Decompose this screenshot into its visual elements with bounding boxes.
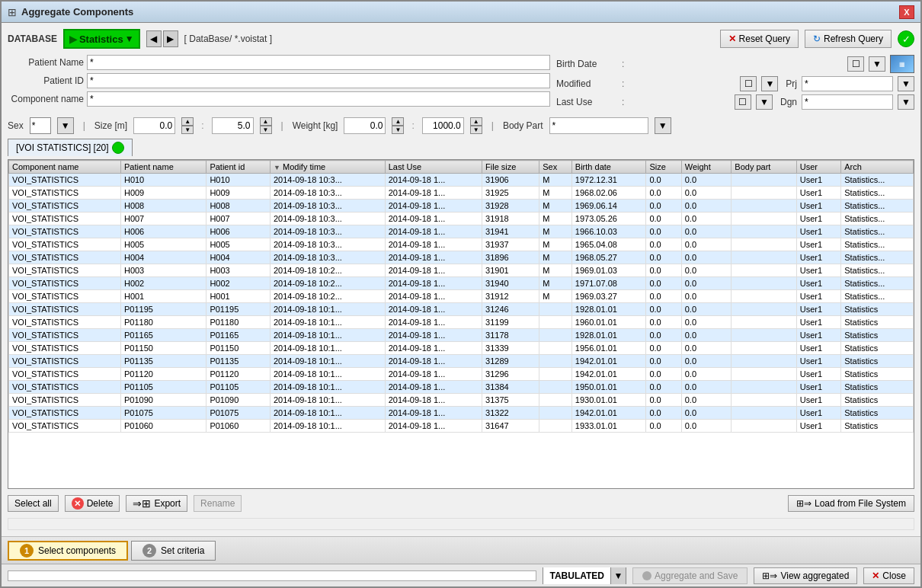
col-last-use[interactable]: Last Use <box>385 161 482 174</box>
results-table-container[interactable]: Component name Patient name Patient id ▼… <box>8 159 914 489</box>
reset-query-button[interactable]: ✕ Reset Query <box>720 30 799 48</box>
table-row[interactable]: VOI_STATISTICSP01180P011802014-09-18 10:… <box>9 316 914 329</box>
rename-button[interactable]: Rename <box>194 495 242 512</box>
modified-cal-btn[interactable]: ☐ <box>740 76 757 91</box>
last-use-dd-btn[interactable]: ▼ <box>756 94 773 110</box>
col-file-size[interactable]: File size <box>482 161 539 174</box>
aggregate-save-button[interactable]: Aggregate and Save <box>632 567 748 584</box>
ok-button[interactable]: ✓ <box>898 30 914 47</box>
col-modify-time[interactable]: ▼ Modify time <box>271 161 386 174</box>
db-selector[interactable]: ▶ Statistics ▼ <box>63 29 140 49</box>
weight-min-up[interactable]: ▲ <box>392 117 404 126</box>
size-min-input[interactable] <box>133 117 175 134</box>
size-min-down[interactable]: ▼ <box>181 126 194 134</box>
pr-input[interactable] <box>802 76 893 91</box>
table-row[interactable]: VOI_STATISTICSP01090P010902014-09-18 10:… <box>9 394 914 407</box>
table-row[interactable]: VOI_STATISTICSH001H0012014-09-18 10:2...… <box>9 290 914 303</box>
size-max-input[interactable] <box>212 117 254 134</box>
component-name-input[interactable] <box>87 91 550 107</box>
nav-prev-button[interactable]: ◀ <box>146 30 162 47</box>
table-row[interactable]: VOI_STATISTICSP01105P011052014-09-18 10:… <box>9 381 914 394</box>
size-min-up[interactable]: ▲ <box>181 117 194 126</box>
table-cell: 0.0 <box>681 264 732 277</box>
nav-next-button[interactable]: ▶ <box>163 30 178 47</box>
db-dropdown-icon[interactable]: ▼ <box>125 34 134 44</box>
weight-min-spinner[interactable]: ▲ ▼ <box>392 117 404 134</box>
table-row[interactable]: VOI_STATISTICSH007H0072014-09-18 10:3...… <box>9 213 914 225</box>
size-max-spinner[interactable]: ▲ ▼ <box>260 117 272 134</box>
step2-tab[interactable]: 2 Set criteria <box>131 541 216 561</box>
table-cell: H001 <box>120 290 206 303</box>
table-row[interactable]: VOI_STATISTICSH010H0102014-09-18 10:3...… <box>9 174 914 187</box>
tabulated-arrow-icon[interactable]: ▼ <box>610 567 626 584</box>
col-arch[interactable]: Arch <box>841 161 914 174</box>
weight-max-down[interactable]: ▼ <box>470 126 482 134</box>
table-cell <box>732 187 796 200</box>
table-cell: VOI_STATISTICS <box>9 238 121 251</box>
dgn-dd-btn[interactable]: ▼ <box>898 94 914 110</box>
table-row[interactable]: VOI_STATISTICSP01075P010752014-09-18 10:… <box>9 407 914 420</box>
table-cell: H003 <box>206 264 271 277</box>
step1-tab[interactable]: 1 Select components <box>8 541 128 561</box>
birth-date-dd-btn[interactable]: ▼ <box>869 56 885 72</box>
close-button-status[interactable]: ✕ Close <box>863 567 914 584</box>
table-cell: 1956.01.01 <box>571 342 646 355</box>
table-row[interactable]: VOI_STATISTICSP01165P011652014-09-18 10:… <box>9 329 914 342</box>
patient-name-input[interactable] <box>87 55 550 70</box>
col-sex[interactable]: Sex <box>539 161 572 174</box>
table-cell: 1942.01.01 <box>571 368 646 381</box>
table-row[interactable]: VOI_STATISTICSP01060P010602014-09-18 10:… <box>9 420 914 433</box>
weight-max-up[interactable]: ▲ <box>470 117 482 126</box>
export-button[interactable]: ⇒⊞ Export <box>126 495 187 512</box>
size-max-up[interactable]: ▲ <box>260 117 272 126</box>
col-patient-name[interactable]: Patient name <box>120 161 206 174</box>
size-max-down[interactable]: ▼ <box>260 126 272 134</box>
body-part-dropdown-button[interactable]: ▼ <box>655 117 671 134</box>
pr-dd-btn[interactable]: ▼ <box>898 76 914 91</box>
view-aggregated-button[interactable]: ⊞⇒ View aggregated <box>754 567 857 584</box>
table-row[interactable]: VOI_STATISTICSP01195P011952014-09-18 10:… <box>9 303 914 316</box>
body-part-input[interactable] <box>549 117 648 134</box>
col-patient-id[interactable]: Patient id <box>206 161 271 174</box>
select-all-button[interactable]: Select all <box>8 495 59 512</box>
last-use-label: Last Use <box>556 97 617 107</box>
table-row[interactable]: VOI_STATISTICSP01135P011352014-09-18 10:… <box>9 355 914 368</box>
table-row[interactable]: VOI_STATISTICSP01120P011202014-09-18 10:… <box>9 368 914 381</box>
delete-button[interactable]: ✕ Delete <box>65 495 120 512</box>
sex-input[interactable] <box>30 117 51 134</box>
col-birth-date[interactable]: Birth date <box>571 161 646 174</box>
table-row[interactable]: VOI_STATISTICSH009H0092014-09-18 10:3...… <box>9 187 914 200</box>
load-from-fs-button[interactable]: ⊞⇒ Load from File System <box>788 495 914 512</box>
table-row[interactable]: VOI_STATISTICSP01150P011502014-09-18 10:… <box>9 342 914 355</box>
refresh-query-button[interactable]: ↻ Refresh Query <box>805 30 892 48</box>
last-use-cal-btn[interactable]: ☐ <box>735 94 751 110</box>
close-button[interactable]: X <box>899 5 914 19</box>
tabulated-selector[interactable]: TABULATED ▼ <box>543 567 626 584</box>
col-weight[interactable]: Weight <box>681 161 732 174</box>
dgn-input[interactable] <box>802 94 893 110</box>
col-body-part[interactable]: Body part <box>732 161 796 174</box>
sex-dropdown-button[interactable]: ▼ <box>57 117 74 134</box>
table-row[interactable]: VOI_STATISTICSH006H0062014-09-18 10:3...… <box>9 225 914 238</box>
table-row[interactable]: VOI_STATISTICSH003H0032014-09-18 10:2...… <box>9 264 914 277</box>
birth-date-cal-btn[interactable]: ☐ <box>847 56 864 72</box>
table-cell: VOI_STATISTICS <box>9 394 121 407</box>
table-row[interactable]: VOI_STATISTICSH002H0022014-09-18 10:2...… <box>9 277 914 290</box>
weight-min-down[interactable]: ▼ <box>392 126 404 134</box>
weight-max-input[interactable] <box>422 117 464 134</box>
table-row[interactable]: VOI_STATISTICSH004H0042014-09-18 10:3...… <box>9 251 914 264</box>
col-user[interactable]: User <box>796 161 840 174</box>
col-component-name[interactable]: Component name <box>9 161 121 174</box>
table-row[interactable]: VOI_STATISTICSH005H0052014-09-18 10:3...… <box>9 238 914 251</box>
pr-label: Prj <box>786 78 797 89</box>
size-min-spinner[interactable]: ▲ ▼ <box>181 117 194 134</box>
weight-min-input[interactable] <box>344 117 386 134</box>
table-row[interactable]: VOI_STATISTICSH008H0082014-09-18 10:3...… <box>9 200 914 213</box>
table-cell <box>539 355 572 368</box>
patient-id-input[interactable] <box>87 73 550 88</box>
table-cell: User1 <box>796 187 840 200</box>
col-size[interactable]: Size <box>646 161 681 174</box>
weight-max-spinner[interactable]: ▲ ▼ <box>470 117 482 134</box>
tab-voi-statistics[interactable]: [VOI STATISTICS] [20] <box>8 139 133 156</box>
modified-dd-btn[interactable]: ▼ <box>761 76 778 91</box>
